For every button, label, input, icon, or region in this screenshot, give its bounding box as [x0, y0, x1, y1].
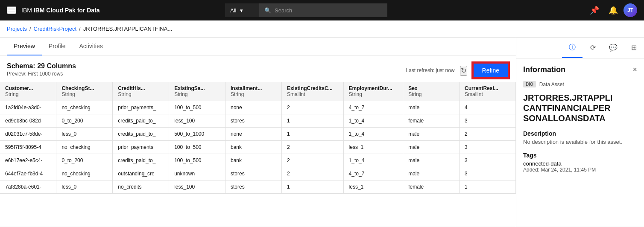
tab-profile[interactable]: Profile [42, 38, 73, 55]
table-cell: 1a2fd04e-a3d0- [0, 101, 56, 114]
col-header-customer: Customer... String [0, 82, 56, 101]
col-header-existingcredits: ExistingCreditsC... Smallint [281, 82, 343, 101]
table-cell: credits_paid_to_ [113, 154, 169, 167]
table-cell: prior_payments_ [113, 101, 169, 114]
table-cell: 500_to_1000 [169, 128, 225, 141]
tab-activities[interactable]: Activities [72, 38, 109, 55]
close-panel-button[interactable]: × [632, 65, 637, 74]
refresh-button[interactable]: ↻ [460, 66, 467, 76]
panel-asset-type: DIO Data Asset [523, 81, 637, 87]
panel-icon-tabs: ⓘ ⟳ 💬 ⊞ [516, 38, 644, 58]
table-cell: 2 [281, 101, 343, 114]
table-cell: 4 [460, 101, 516, 114]
refresh-status: Last refresh: just now [406, 67, 454, 73]
schema-info: Schema: 29 Columns Preview: First 1000 r… [7, 62, 76, 77]
panel-info-button[interactable]: ⓘ [562, 38, 583, 58]
table-cell: ed9eb8bc-082d- [0, 114, 56, 128]
table-cell: 3 [460, 141, 516, 154]
chat-icon: 💬 [609, 44, 618, 52]
table-cell: 1_to_4 [343, 154, 403, 167]
table-cell: 100_to_500 [169, 141, 225, 154]
search-icon: 🔍 [264, 7, 271, 14]
chevron-down-icon: ▾ [240, 7, 243, 14]
table-cell: e6b17ee2-e5c4- [0, 154, 56, 167]
table-cell: 0_to_200 [56, 114, 113, 128]
main-container: Preview Profile Activities Schema: 29 Co… [0, 38, 644, 227]
table-cell: male [403, 141, 460, 154]
search-scope-dropdown[interactable]: All ▾ [225, 3, 259, 17]
tag-added-date: Added: Mar 24, 2021, 11:45 PM [523, 167, 637, 173]
table-cell: 1 [460, 180, 516, 194]
asset-type-label: Data Asset [539, 81, 564, 87]
table-cell: less_0 [56, 180, 113, 194]
table-row: e6b17ee2-e5c4-0_to_200credits_paid_to_10… [0, 154, 516, 167]
table-cell: male [403, 167, 460, 180]
pin-icon-button[interactable]: 📌 [586, 0, 603, 20]
panel-history-button[interactable]: ⟳ [583, 38, 603, 58]
table-cell: credits_paid_to_ [113, 114, 169, 128]
panel-chat-button[interactable]: 💬 [603, 38, 624, 58]
tags-section: Tags connected-data Added: Mar 24, 2021,… [523, 152, 637, 173]
asset-type-icon: DIO [523, 81, 536, 87]
table-cell: outstanding_cre [113, 167, 169, 180]
table-cell: no_checking [56, 141, 113, 154]
notification-icon: 🔔 [609, 6, 618, 15]
description-value: No description is available for this ass… [523, 139, 637, 145]
schema-columns-heading: Schema: 29 Columns [7, 62, 76, 70]
table-cell: less_1 [343, 141, 403, 154]
breadcrumb-sep-1: / [29, 26, 31, 32]
avatar[interactable]: JT [624, 3, 637, 17]
table-cell: credits_paid_to_ [113, 128, 169, 141]
tab-bar: Preview Profile Activities [0, 38, 516, 55]
table-row: 1a2fd04e-a3d0-no_checkingprior_payments_… [0, 101, 516, 114]
col-header-sex: Sex String [403, 82, 460, 101]
table-cell: male [403, 101, 460, 114]
table-cell: bank [225, 154, 282, 167]
breadcrumb-projects-link[interactable]: Projects [7, 26, 27, 32]
table-cell: 7af328ba-e601- [0, 180, 56, 194]
asset-name: JRTORRES.JRTAPPLICANTFINANCIALPERSONALLO… [523, 93, 637, 123]
table-cell: prior_payments_ [113, 141, 169, 154]
breadcrumb-project-link[interactable]: CreditRiskProject [34, 26, 76, 32]
table-cell: male [403, 154, 460, 167]
panel-title: Information [523, 65, 565, 74]
top-navigation: IBM IBM Cloud Pak for Data All ▾ 🔍 📌 🔔 J… [0, 0, 644, 20]
tab-preview[interactable]: Preview [7, 38, 42, 55]
preview-row-info: Preview: First 1000 rows [7, 71, 76, 77]
table-cell: female [403, 114, 460, 128]
panel-title-row: Information × [523, 65, 637, 74]
table-row: d02031c7-58de-less_0credits_paid_to_500_… [0, 128, 516, 141]
breadcrumb-sep-2: / [79, 26, 81, 32]
table-cell: 4_to_7 [343, 167, 403, 180]
table-cell: 2 [460, 128, 516, 141]
app-brand: IBM IBM Cloud Pak for Data [21, 7, 100, 14]
table-cell: 3 [460, 114, 516, 128]
table-cell: no_credits [113, 180, 169, 194]
search-wrapper: All ▾ 🔍 [178, 3, 434, 17]
table-cell: male [403, 128, 460, 141]
breadcrumb-current: JRTORRES.JRTAPPLICANTFINA... [83, 26, 173, 32]
table-row: ed9eb8bc-082d-0_to_200credits_paid_to_le… [0, 114, 516, 128]
table-cell: no_checking [56, 101, 113, 114]
notification-icon-button[interactable]: 🔔 [605, 0, 622, 20]
table-cell: 1_to_4 [343, 128, 403, 141]
table-section: Schema: 29 Columns Preview: First 1000 r… [0, 55, 516, 227]
table-row: 595f7f5f-8095-4no_checkingprior_payments… [0, 141, 516, 154]
table-cell: 2 [281, 154, 343, 167]
table-cell: 1_to_4 [343, 114, 403, 128]
description-section: Description No description is available … [523, 130, 637, 145]
nav-actions: 📌 🔔 JT [586, 0, 637, 20]
description-label: Description [523, 130, 637, 137]
pin-icon: 📌 [590, 6, 599, 15]
table-cell: 1 [281, 114, 343, 128]
history-icon: ⟳ [590, 44, 596, 52]
table-body: 1a2fd04e-a3d0-no_checkingprior_payments_… [0, 101, 516, 194]
table-cell: none [225, 101, 282, 114]
col-header-employmentdur: EmploymentDur... String [343, 82, 403, 101]
search-input[interactable] [275, 7, 382, 14]
hamburger-menu-button[interactable] [7, 6, 16, 14]
panel-grid-button[interactable]: ⊞ [624, 38, 644, 58]
table-cell: less_0 [56, 128, 113, 141]
table-cell: unknown [169, 167, 225, 180]
refine-button[interactable]: Refine [472, 62, 509, 79]
